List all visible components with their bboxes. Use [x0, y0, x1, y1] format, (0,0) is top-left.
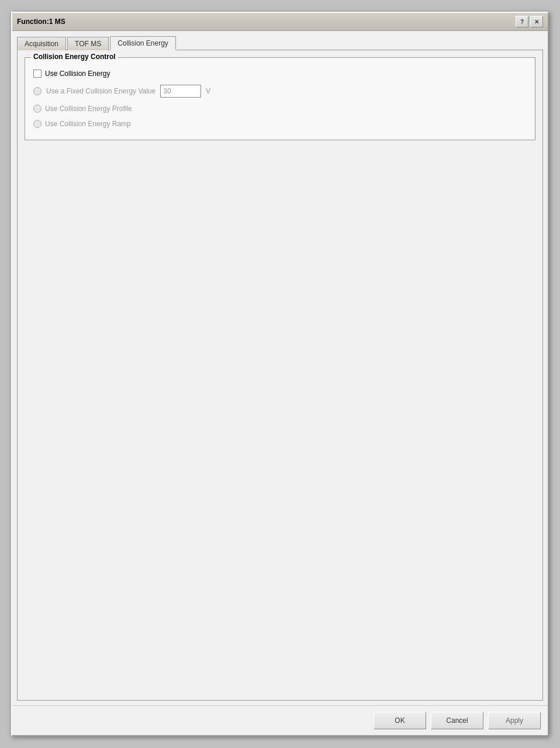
title-bar-buttons: ? ✕: [516, 16, 543, 27]
footer-bar: OK Cancel Apply: [12, 705, 548, 735]
use-collision-energy-checkbox[interactable]: [33, 70, 42, 78]
fixed-energy-radio[interactable]: [33, 87, 42, 95]
help-button[interactable]: ?: [516, 16, 528, 27]
ramp-radio[interactable]: [33, 120, 42, 128]
use-collision-energy-row[interactable]: Use Collision Energy: [33, 70, 527, 78]
window-title: Function:1 MS: [17, 18, 65, 26]
profile-radio[interactable]: [33, 105, 42, 113]
fixed-energy-label: Use a Fixed Collision Energy Value: [46, 87, 155, 95]
dialog-content: Acquisition TOF MS Collision Energy Coll…: [12, 31, 548, 705]
title-bar: Function:1 MS ? ✕: [12, 13, 548, 31]
profile-row: Use Collision Energy Profile: [33, 105, 527, 113]
ramp-row: Use Collision Energy Ramp: [33, 120, 527, 128]
ok-button[interactable]: OK: [374, 712, 426, 729]
cancel-button[interactable]: Cancel: [431, 712, 483, 729]
fixed-energy-unit: V: [206, 87, 210, 95]
fixed-energy-input[interactable]: [160, 85, 201, 98]
profile-label: Use Collision Energy Profile: [45, 105, 132, 113]
ramp-label: Use Collision Energy Ramp: [45, 120, 131, 128]
tabs-bar: Acquisition TOF MS Collision Energy: [17, 36, 543, 50]
group-title: Collision Energy Control: [31, 53, 118, 61]
group-content: Use Collision Energy Use a Fixed Collisi…: [33, 70, 527, 128]
dialog-window: Function:1 MS ? ✕ Acquisition TOF MS Col…: [11, 12, 549, 736]
tab-acquisition[interactable]: Acquisition: [17, 37, 66, 50]
apply-button[interactable]: Apply: [488, 712, 541, 729]
fixed-energy-row: Use a Fixed Collision Energy Value V: [33, 85, 527, 98]
collision-energy-group: Collision Energy Control Use Collision E…: [25, 57, 535, 140]
content-spacer: [25, 146, 535, 693]
close-button[interactable]: ✕: [530, 16, 543, 27]
tab-content-collision-energy: Collision Energy Control Use Collision E…: [17, 50, 543, 701]
use-collision-energy-label: Use Collision Energy: [45, 70, 110, 78]
tab-collision-energy[interactable]: Collision Energy: [110, 36, 176, 50]
tab-tof-ms[interactable]: TOF MS: [67, 37, 109, 50]
